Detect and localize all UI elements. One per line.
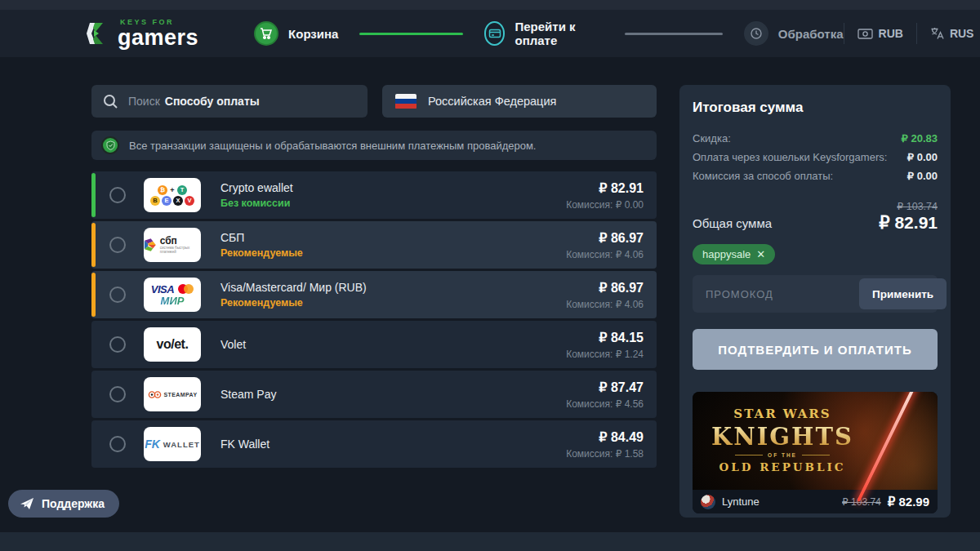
confirm-and-pay-button[interactable]: ПОДТВЕРДИТЬ И ОПЛАТИТЬ — [693, 329, 938, 370]
payment-method-visa-mastercard-mir[interactable]: VISA МИР Visa/Mastercard/ Мир (RUB) Реко… — [91, 271, 657, 318]
radio-button[interactable] — [109, 386, 126, 402]
accent-bar — [91, 273, 96, 317]
radio-button[interactable] — [109, 336, 126, 353]
seller-avatar — [701, 495, 715, 509]
step-progress-line-done — [359, 33, 462, 35]
visa-mastercard-mir-logo: VISA МИР — [144, 278, 201, 312]
summary-discount-row: Скидка: ₽ 20.83 — [693, 129, 938, 148]
russia-flag-icon — [395, 94, 416, 109]
radio-button[interactable] — [109, 436, 126, 452]
summary-title: Итоговая сумма — [693, 100, 938, 116]
paper-plane-icon — [20, 497, 34, 510]
payment-method-name: Visa/Mastercard/ Мир (RUB) — [220, 281, 566, 294]
search-input[interactable]: Поиск Способу оплаты — [91, 85, 368, 118]
payment-method-price: ₽ 84.15 — [566, 330, 644, 345]
radio-button[interactable] — [109, 237, 126, 253]
lightsaber-graphic — [857, 392, 917, 502]
payment-method-sbp[interactable]: сбп система быстрых платежей СБП Рекомен… — [91, 221, 657, 269]
security-notice: Все транзакции защищены и обрабатываются… — [91, 131, 657, 160]
step-processing-label: Обработка — [778, 27, 844, 41]
banknote-icon — [858, 28, 873, 40]
shield-icon — [101, 136, 119, 154]
promo-code-box: Применить — [693, 275, 938, 313]
promo-code-tag[interactable]: happysale ✕ — [693, 244, 775, 264]
accent-bar — [91, 223, 96, 267]
summary-total-row: Общая сумма ₽ 103.74 ₽ 82.91 — [693, 200, 938, 233]
remove-promo-icon[interactable]: ✕ — [756, 249, 765, 260]
payment-method-price: ₽ 84.49 — [566, 429, 644, 445]
payment-method-crypto-ewallet[interactable]: ₿ + T B E X V Crypto ewallet Без комисси… — [91, 171, 657, 219]
volet-logo: vo/et. — [144, 327, 201, 362]
search-icon — [103, 94, 118, 109]
order-summary-panel: Итоговая сумма Скидка: ₽ 20.83 Оплата че… — [679, 85, 951, 518]
language-icon — [930, 27, 944, 40]
country-label: Российская Федерация — [428, 95, 556, 108]
steampay-logo: STEAMPAY — [144, 377, 201, 411]
step-processing: Обработка — [744, 21, 844, 46]
total-old-price: ₽ 103.74 — [879, 200, 938, 212]
apply-promo-button[interactable]: Применить — [859, 278, 947, 309]
steampay-mark-icon — [148, 390, 162, 399]
payment-method-name: FK Wallet — [220, 438, 566, 451]
currency-selector[interactable]: RUB — [858, 27, 903, 40]
product-art-title: STAR WARS — [701, 407, 864, 421]
language-selector[interactable]: RUS — [930, 27, 974, 40]
radio-button[interactable] — [109, 287, 126, 303]
step-payment-label: Перейти к оплате — [514, 20, 604, 47]
radio-button[interactable] — [109, 187, 126, 203]
product-art-title: OLD REPUBLIC — [701, 460, 864, 473]
currency-label: RUB — [879, 27, 903, 40]
step-payment[interactable]: Перейти к оплате — [484, 20, 604, 47]
payment-method-name: Steam Pay — [220, 388, 566, 401]
product-art-title: KNIGHTS — [701, 423, 864, 451]
payment-method-volet[interactable]: vo/et. Volet ₽ 84.15 Комиссия: ₽ 1.24 — [91, 321, 657, 368]
logo-name: gamers — [118, 27, 198, 49]
payment-method-commission: Комиссия: ₽ 1.58 — [566, 448, 644, 460]
product-seller-bar: Lyntune ₽ 103.74 ₽ 82.99 — [693, 490, 938, 513]
card-icon — [484, 21, 506, 46]
bnb-icon: B — [150, 196, 160, 206]
total-label: Общая сумма — [693, 216, 772, 233]
payment-method-price: ₽ 87.47 — [566, 380, 644, 395]
payment-method-subtitle: Рекомендуемые — [220, 247, 566, 259]
support-button[interactable]: Поддержка — [8, 490, 119, 518]
site-logo[interactable]: KEYS FOR gamers — [83, 19, 198, 49]
clock-icon — [744, 21, 768, 46]
accent-bar — [91, 173, 96, 217]
total-price: ₽ 82.91 — [879, 213, 938, 233]
payment-method-list: ₿ + T B E X V Crypto ewallet Без комисси… — [91, 171, 657, 470]
eth-icon: E — [162, 196, 172, 206]
promo-code-input[interactable] — [696, 288, 859, 300]
step-cart[interactable]: Корзина — [254, 21, 338, 46]
payment-method-subtitle: Рекомендуемые — [220, 297, 566, 309]
keysforgamers-logo-icon — [83, 20, 111, 47]
xmr-icon: X — [173, 196, 183, 206]
payment-method-subtitle: Без комиссии — [220, 198, 566, 209]
header: KEYS FOR gamers Корзина Пер — [0, 10, 980, 57]
payment-method-name: Crypto ewallet — [220, 181, 566, 194]
header-divider — [844, 23, 844, 44]
payment-method-fk-wallet[interactable]: FK WALLET FK Wallet ₽ 84.49 Комиссия: ₽ … — [91, 420, 657, 468]
payment-method-commission: Комиссия: ₽ 4.06 — [566, 299, 644, 310]
country-selector[interactable]: Российская Федерация — [382, 85, 657, 118]
window-bottom-strip — [0, 532, 980, 551]
promo-tag-label: happysale — [702, 248, 751, 260]
product-art-title: OF THE — [701, 452, 864, 458]
support-button-label: Поддержка — [42, 497, 105, 510]
payment-method-name: Volet — [220, 338, 566, 351]
crypto-ewallet-logo: ₿ + T B E X V — [144, 178, 201, 212]
payment-method-commission: Комиссия: ₽ 0.00 — [566, 199, 644, 211]
trx-icon: V — [185, 196, 194, 206]
payment-method-steam-pay[interactable]: STEAMPAY Steam Pay ₽ 87.47 Комиссия: ₽ 4… — [91, 371, 657, 418]
window-top-strip — [0, 0, 980, 10]
product-price: ₽ 82.99 — [888, 495, 929, 509]
payment-method-commission: Комиссия: ₽ 4.56 — [566, 398, 644, 410]
btc-icon: ₿ — [158, 185, 167, 195]
product-card[interactable]: STAR WARS KNIGHTS OF THE OLD REPUBLIC Ly… — [693, 392, 938, 513]
search-placeholder-main: Способу оплаты — [165, 95, 260, 108]
mir-wordmark: МИР — [151, 295, 194, 306]
sbp-logo: сбп система быстрых платежей — [144, 228, 201, 262]
mastercard-icon — [178, 284, 194, 294]
security-notice-text: Все транзакции защищены и обрабатываются… — [129, 140, 536, 152]
payment-method-commission: Комиссия: ₽ 1.24 — [566, 349, 644, 360]
